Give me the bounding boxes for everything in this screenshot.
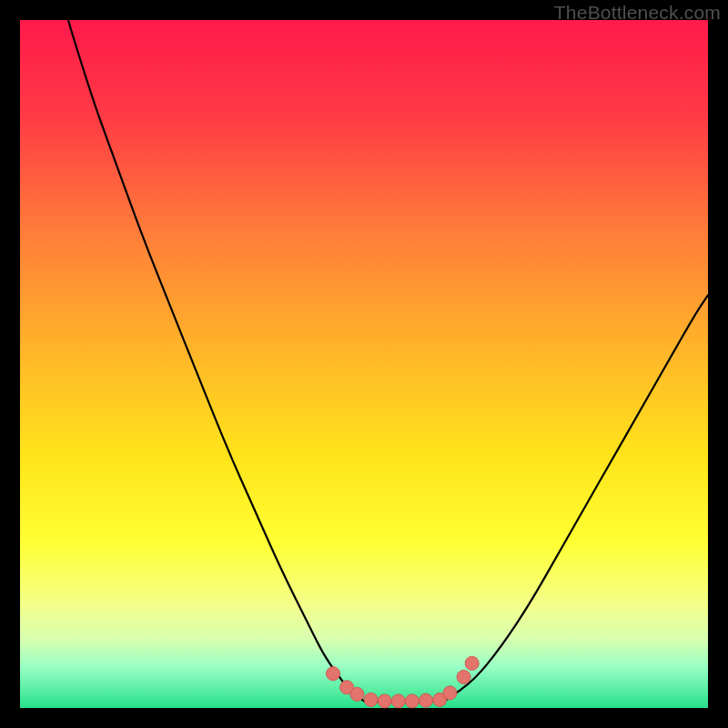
watermark-text: TheBottleneck.com — [554, 2, 721, 24]
plot-area — [20, 20, 708, 708]
marker-dot — [378, 694, 391, 708]
marker-dot — [443, 686, 457, 700]
marker-dot — [457, 671, 470, 684]
marker-dot — [465, 656, 479, 670]
marker-dot — [405, 694, 419, 708]
marker-dot — [420, 693, 433, 707]
outer-frame: TheBottleneck.com — [0, 0, 728, 728]
chart-svg — [20, 20, 708, 708]
marker-dot — [350, 687, 364, 701]
marker-dot — [364, 693, 378, 706]
bottleneck-curve — [68, 20, 708, 703]
marker-dot — [391, 694, 405, 708]
curve-markers — [327, 656, 480, 708]
marker-dot — [327, 667, 340, 681]
